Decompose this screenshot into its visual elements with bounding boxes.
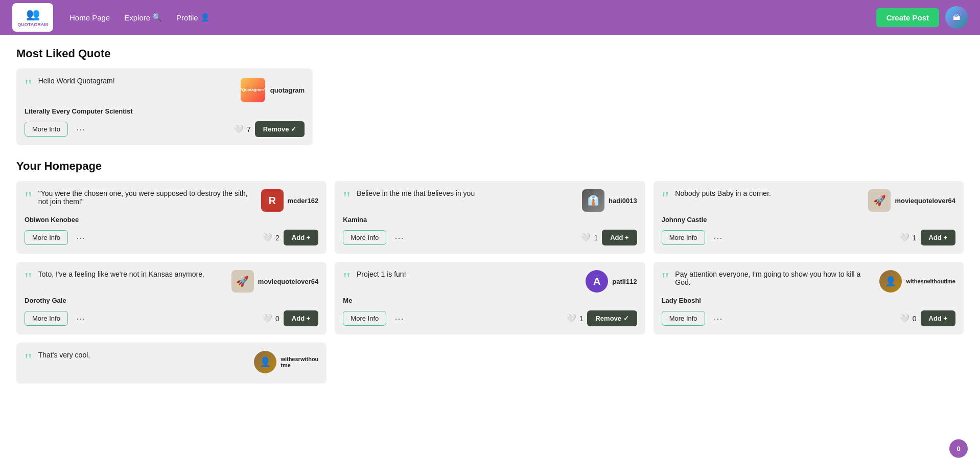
options-button-baby[interactable]: ⋯	[713, 232, 722, 243]
create-post-button[interactable]: Create Post	[876, 8, 939, 27]
more-info-button-mcder162[interactable]: More Info	[25, 230, 68, 245]
like-count-hadi: 1	[594, 234, 598, 242]
quote-card-eboshi: " Pay attention everyone, I'm going to s…	[654, 262, 964, 334]
options-button-mcder162[interactable]: ⋯	[76, 232, 85, 243]
quote-mark: "	[25, 77, 32, 95]
remove-button-patil[interactable]: Remove ✓	[587, 310, 637, 326]
more-info-button-hadi[interactable]: More Info	[343, 230, 386, 245]
main-content: Most Liked Quote " Hello World Quotagram…	[0, 35, 980, 396]
falcon-avatar-baby: 🚀	[868, 189, 891, 212]
most-liked-user-badge: "Quotagram" quotagram	[240, 77, 305, 103]
col-1: " Believe in the me that believes in you…	[335, 181, 645, 384]
nav-home[interactable]: Home Page	[69, 13, 110, 22]
most-liked-title: Most Liked Quote	[16, 47, 313, 60]
add-button-hadi[interactable]: Add +	[602, 230, 637, 245]
most-liked-like-area: 🤍 7	[234, 124, 251, 134]
user-badge-baby: 🚀 moviequotelover64	[868, 189, 955, 212]
author-mcder162: Obiwon Kenobee	[25, 216, 318, 223]
like-area-dorothy: 🤍 0	[262, 314, 279, 323]
logo-text: QUOTAGRAM	[17, 22, 48, 27]
quote-mark: "	[343, 270, 351, 288]
like-count-baby: 1	[913, 234, 917, 242]
username-eboshi: withesrwithoutime	[906, 278, 955, 284]
partial-username: withesrwithoutme	[281, 356, 318, 368]
like-area-mcder162: 🤍 2	[262, 233, 279, 242]
most-liked-remove-button[interactable]: Remove ✓	[255, 121, 305, 137]
user-badge-mcder162: R mcder162	[261, 189, 319, 212]
heart-icon: 🤍	[580, 233, 591, 242]
footer-eboshi: More Info ⋯ 🤍 0 Add +	[662, 310, 955, 326]
card-header-patil: " Project 1 is fun! A patil112	[343, 270, 637, 293]
options-button-dorothy[interactable]: ⋯	[76, 313, 85, 324]
user-badge-hadi: 👔 hadi0013	[582, 189, 637, 212]
card-header-hadi: " Believe in the me that believes in you…	[343, 189, 637, 212]
homepage-title: Your Homepage	[16, 160, 964, 173]
more-info-button-baby[interactable]: More Info	[662, 230, 705, 245]
nav-explore[interactable]: Explore 🔍	[124, 13, 162, 22]
footer-dorothy: More Info ⋯ 🤍 0 Add +	[25, 310, 318, 326]
quote-card-patil: " Project 1 is fun! A patil112 Me More I…	[335, 262, 645, 334]
withes-photo-avatar: 👤	[879, 270, 902, 293]
like-area-patil: 🤍 1	[566, 314, 584, 323]
card-header-eboshi: " Pay attention everyone, I'm going to s…	[662, 270, 955, 293]
footer-baby: More Info ⋯ 🤍 1 Add +	[662, 230, 955, 245]
quote-text-hadi: Believe in the me that believes in you	[357, 189, 576, 197]
author-hadi: Kamina	[343, 216, 637, 223]
navbar: 👥 QUOTAGRAM Home Page Explore 🔍 Profile …	[0, 0, 980, 35]
nav-right: Create Post 🏔	[876, 6, 968, 29]
more-info-button-eboshi[interactable]: More Info	[662, 311, 705, 326]
col-0: " "You were the chosen one, you were sup…	[16, 181, 326, 384]
username-dorothy: moviequotelover64	[258, 278, 319, 285]
heart-icon: 🤍	[234, 124, 244, 134]
user-badge-eboshi: 👤 withesrwithoutime	[879, 270, 955, 293]
quote-text-eboshi: Pay attention everyone, I'm going to sho…	[675, 270, 873, 286]
heart-icon: 🤍	[262, 314, 272, 323]
a-avatar-patil: A	[586, 270, 608, 293]
most-liked-quote-text: Hello World Quotagram!	[38, 77, 234, 85]
withes-avatar-partial: 👤	[254, 351, 276, 373]
quote-mark: "	[25, 189, 32, 208]
options-button-patil[interactable]: ⋯	[394, 313, 404, 324]
more-info-button-dorothy[interactable]: More Info	[25, 311, 68, 326]
options-button-hadi[interactable]: ⋯	[394, 232, 404, 243]
col-2: " Nobody puts Baby in a corner. 🚀 movieq…	[654, 181, 964, 384]
add-button-eboshi[interactable]: Add +	[921, 310, 955, 326]
person-icon: 👤	[200, 13, 210, 22]
search-icon: 🔍	[152, 13, 162, 22]
add-button-mcder162[interactable]: Add +	[284, 230, 318, 245]
most-liked-author: Literally Every Computer Scientist	[25, 107, 305, 115]
add-button-baby[interactable]: Add +	[921, 230, 955, 245]
most-liked-options-button[interactable]: ⋯	[76, 124, 85, 135]
logo[interactable]: 👥 QUOTAGRAM	[12, 3, 53, 32]
quote-card-dorothy: " Toto, I've a feeling like we're not in…	[16, 262, 326, 334]
username-baby: moviequotelover64	[895, 197, 955, 205]
partial-quote-text: That's very cool,	[38, 351, 90, 359]
quote-mark: "	[662, 270, 669, 288]
partial-card-col0: " That's very cool, 👤 withesrwithoutme	[16, 343, 326, 384]
card-header-dorothy: " Toto, I've a feeling like we're not in…	[25, 270, 318, 293]
nav-links: Home Page Explore 🔍 Profile 👤	[69, 13, 860, 22]
most-liked-more-info-button[interactable]: More Info	[25, 122, 68, 137]
logo-icon: 👥	[26, 8, 40, 21]
quotagram-app-icon: "Quotagram"	[240, 77, 266, 103]
nav-profile[interactable]: Profile 👤	[176, 13, 210, 22]
quote-text-mcder162: "You were the chosen one, you were suppo…	[38, 189, 255, 206]
user-badge-dorothy: 🚀 moviequotelover64	[231, 270, 319, 293]
quote-mark: "	[662, 189, 669, 208]
more-info-button-patil[interactable]: More Info	[343, 311, 386, 326]
author-baby: Johnny Castle	[662, 216, 955, 223]
options-button-eboshi[interactable]: ⋯	[713, 313, 722, 324]
partial-user-badge: 👤 withesrwithoutme	[254, 351, 318, 373]
add-button-dorothy[interactable]: Add +	[284, 310, 318, 326]
quote-mark: "	[25, 270, 32, 288]
user-avatar[interactable]: 🏔	[945, 6, 968, 29]
footer-hadi: More Info ⋯ 🤍 1 Add +	[343, 230, 637, 245]
most-liked-footer: More Info ⋯ 🤍 7 Remove ✓	[25, 121, 305, 137]
heart-icon: 🤍	[899, 314, 909, 323]
quote-mark: "	[343, 189, 351, 208]
most-liked-section: Most Liked Quote " Hello World Quotagram…	[16, 47, 313, 145]
card-header-mcder162: " "You were the chosen one, you were sup…	[25, 189, 318, 212]
username-hadi: hadi0013	[609, 197, 637, 205]
homepage-grid: " "You were the chosen one, you were sup…	[16, 181, 964, 384]
quote-text-baby: Nobody puts Baby in a corner.	[675, 189, 862, 197]
